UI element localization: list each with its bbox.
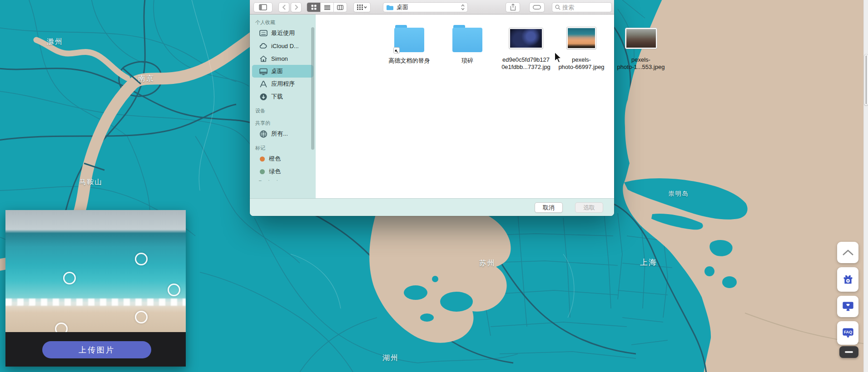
- fab-chevron-up[interactable]: [837, 242, 858, 263]
- sidebar-item-label: 橙色: [269, 155, 281, 163]
- finder-open-dialog: 桌面: [250, 0, 614, 216]
- sidebar-item-label: 最近使用: [271, 29, 295, 37]
- applications-icon: [259, 80, 268, 88]
- search-field[interactable]: [552, 2, 612, 12]
- sidebar-item-最近使用[interactable]: 最近使用: [252, 27, 313, 39]
- cancel-button[interactable]: 取消: [535, 202, 563, 213]
- map-city-label: 苏州: [479, 259, 496, 268]
- photo-point-marker[interactable]: [55, 323, 68, 332]
- forward-button[interactable]: [291, 2, 302, 12]
- share-icon: [510, 4, 516, 11]
- fab-screen-promo[interactable]: [837, 296, 858, 317]
- dialog-footer: 取消 选取: [250, 198, 614, 216]
- view-grid-button[interactable]: [307, 3, 320, 12]
- dialog-toolbar: 桌面: [250, 0, 614, 15]
- home-icon: [259, 55, 268, 63]
- search-icon: [555, 5, 560, 10]
- fab-faq[interactable]: FAQ: [837, 321, 858, 345]
- map-city-label: 上海: [640, 257, 657, 268]
- file-name: ed9e0c5fd79b1270e1fdbb...7372.jpg: [496, 56, 556, 71]
- file-name: 高德文档的替身: [380, 57, 439, 64]
- share-button[interactable]: [506, 2, 520, 12]
- sidebar-item-label: Simon: [271, 55, 288, 62]
- page-scrollbar[interactable]: [863, 0, 868, 372]
- grid-view-icon: [311, 5, 317, 10]
- choose-button[interactable]: 选取: [575, 202, 603, 213]
- beach-photo: [5, 210, 186, 332]
- map-city-label: 南京: [138, 74, 154, 83]
- icloud-icon: [259, 42, 268, 50]
- photo-point-marker[interactable]: [63, 272, 76, 284]
- file-item[interactable]: 琐碎: [438, 24, 497, 64]
- photo-point-marker[interactable]: [168, 284, 180, 296]
- file-item[interactable]: ed9e0c5fd79b1270e1fdbb...7372.jpg: [496, 24, 556, 71]
- chevron-up-icon: [842, 250, 854, 256]
- scrollbar-thumb[interactable]: [864, 54, 868, 105]
- sidebar-scrollbar[interactable]: [311, 27, 314, 150]
- upload-image-button[interactable]: 上传图片: [42, 341, 151, 358]
- sidebar-item-应用程序[interactable]: 应用程序: [252, 78, 313, 90]
- updown-chevrons-icon: [461, 4, 465, 10]
- folder-icon: [386, 5, 394, 10]
- image-thumbnail: [567, 27, 596, 49]
- sidebar-item-下载[interactable]: 下载: [252, 90, 313, 103]
- file-browser-area: 高德文档的替身琐碎ed9e0c5fd79b1270e1fdbb...7372.j…: [316, 15, 614, 198]
- faq-icon: FAQ: [842, 327, 854, 339]
- tag-icon: [533, 5, 541, 10]
- sidebar-item-label: 所有...: [271, 130, 288, 138]
- recents-icon: [259, 29, 268, 37]
- view-columns-button[interactable]: [333, 3, 347, 12]
- sidebar-section-title: 标记: [250, 140, 316, 152]
- desktop-icon: [259, 68, 268, 75]
- image-preview-panel: 上传图片: [5, 210, 186, 367]
- folder-icon: [452, 28, 482, 52]
- image-thumbnail: [625, 28, 657, 49]
- sidebar-item-label: 桌面: [271, 67, 283, 75]
- gift-icon: [842, 273, 854, 286]
- file-item[interactable]: pexels-photo-66997.jpeg: [552, 24, 611, 71]
- image-thumbnail: [509, 28, 543, 49]
- sidebar-item-iCloud D...[interactable]: iCloud D...: [252, 39, 313, 52]
- view-list-button[interactable]: [320, 3, 333, 12]
- fab-gift[interactable]: [837, 267, 858, 292]
- tags-button[interactable]: [529, 2, 545, 12]
- photo-point-marker[interactable]: [135, 311, 148, 323]
- search-input[interactable]: [562, 4, 603, 11]
- sidebar-item-label: iCloud D...: [271, 43, 299, 49]
- location-label: 桌面: [397, 3, 408, 11]
- chevron-left-icon: [282, 5, 286, 10]
- group-by-button[interactable]: [353, 2, 371, 12]
- file-item[interactable]: 高德文档的替身: [380, 24, 439, 64]
- columns-view-icon: [337, 5, 343, 10]
- mouse-cursor: [553, 52, 562, 63]
- file-item[interactable]: pexels-photo-1...553.jpeg: [611, 24, 670, 71]
- screen-promo-icon: [842, 301, 854, 313]
- sidebar-item-桌面[interactable]: 桌面: [252, 65, 313, 78]
- folder-icon: [394, 28, 424, 52]
- location-dropdown[interactable]: 桌面: [383, 2, 468, 12]
- sidebar-item-橙色[interactable]: 橙色: [252, 152, 313, 165]
- view-mode-segmented-control: [307, 2, 347, 12]
- map-city-label: 滁州: [47, 37, 63, 47]
- sidebar-item-绿色[interactable]: 绿色: [252, 165, 313, 178]
- surf-band: [5, 299, 186, 306]
- network-icon: [259, 130, 268, 138]
- sidebar-item-Simon[interactable]: Simon: [252, 52, 313, 65]
- back-button[interactable]: [278, 2, 289, 12]
- sidebar-item-label: 绿色: [269, 167, 281, 176]
- sidebar-toggle-icon: [259, 4, 267, 10]
- group-by-icon: [357, 5, 367, 10]
- sidebar-item-label: 应用程序: [271, 80, 295, 88]
- sidebar-toggle-button[interactable]: [253, 2, 273, 12]
- minus-icon: [845, 351, 853, 353]
- sidebar-item-所有...[interactable]: 所有...: [252, 127, 313, 140]
- map-city-label: 崇明岛: [669, 190, 689, 198]
- tag-dot-icon: [259, 169, 265, 175]
- map-city-label: 马鞍山: [79, 178, 103, 186]
- dialog-sidebar: 个人收藏最近使用iCloud D...Simon桌面应用程序下载设备共享的所有.…: [250, 15, 316, 198]
- alias-arrow-badge: [393, 47, 400, 54]
- sidebar-section-title: 个人收藏: [250, 15, 316, 27]
- downloads-icon: [259, 93, 268, 101]
- photo-point-marker[interactable]: [135, 253, 148, 265]
- map-zoom-out-button[interactable]: [839, 346, 858, 358]
